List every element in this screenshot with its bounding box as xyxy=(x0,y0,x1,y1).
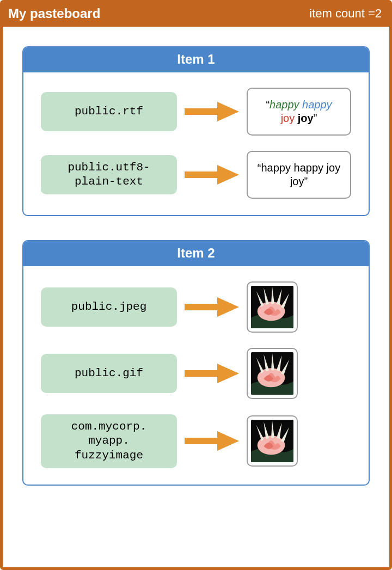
flower-image-icon xyxy=(251,420,293,462)
uti-chip: com.mycorp. myapp. fuzzyimage xyxy=(41,414,177,468)
flower-image-icon xyxy=(251,352,293,395)
uti-chip: public.rtf xyxy=(41,92,177,131)
item-body: public.rtf “happy happy joy joy” xyxy=(23,72,369,215)
uti-chip: public.jpeg xyxy=(41,287,177,327)
pasteboard-window: My pasteboard item count =2 Item 1 publi… xyxy=(0,0,392,570)
quote-close: ” xyxy=(314,112,317,124)
item-title: Item 1 xyxy=(23,47,369,72)
arrow-right-icon xyxy=(185,363,239,384)
arrow-right-icon xyxy=(185,101,239,122)
content-preview-image xyxy=(247,415,298,467)
content-preview-rtf: “happy happy joy joy” xyxy=(247,88,351,136)
item-body: public.jpeg xyxy=(23,266,369,485)
content-preview-image xyxy=(247,348,298,399)
rtf-word-3: joy xyxy=(281,112,295,124)
representation-row: public.utf8- plain-text “happy happy joy… xyxy=(41,151,353,199)
pasteboard-item-count: item count =2 xyxy=(309,7,382,21)
representation-row: com.mycorp. myapp. fuzzyimage xyxy=(41,414,353,468)
pasteboard-title: My pasteboard xyxy=(8,6,100,21)
pasteboard-item-card: Item 1 public.rtf “happy happy joy xyxy=(22,46,370,216)
representation-row: public.gif xyxy=(41,348,353,399)
uti-chip: public.utf8- plain-text xyxy=(41,155,177,195)
item-title: Item 2 xyxy=(23,241,369,266)
arrow-right-icon xyxy=(185,296,239,318)
representation-row: public.jpeg xyxy=(41,281,353,333)
rtf-word-1: happy xyxy=(270,99,299,111)
uti-chip: public.gif xyxy=(41,354,177,393)
arrow-right-icon xyxy=(185,164,239,186)
rtf-word-4: joy xyxy=(298,112,314,124)
content-preview-image xyxy=(247,281,298,333)
pasteboard-item-card: Item 2 public.jpeg xyxy=(22,240,370,486)
content-preview-text: “happy happy joy joy” xyxy=(247,151,351,199)
flower-image-icon xyxy=(251,286,293,328)
representation-row: public.rtf “happy happy joy joy” xyxy=(41,88,353,136)
arrow-right-icon xyxy=(185,430,239,452)
rtf-word-2: happy xyxy=(302,99,332,111)
pasteboard-header: My pasteboard item count =2 xyxy=(3,3,389,27)
pasteboard-body: Item 1 public.rtf “happy happy joy xyxy=(3,27,389,567)
